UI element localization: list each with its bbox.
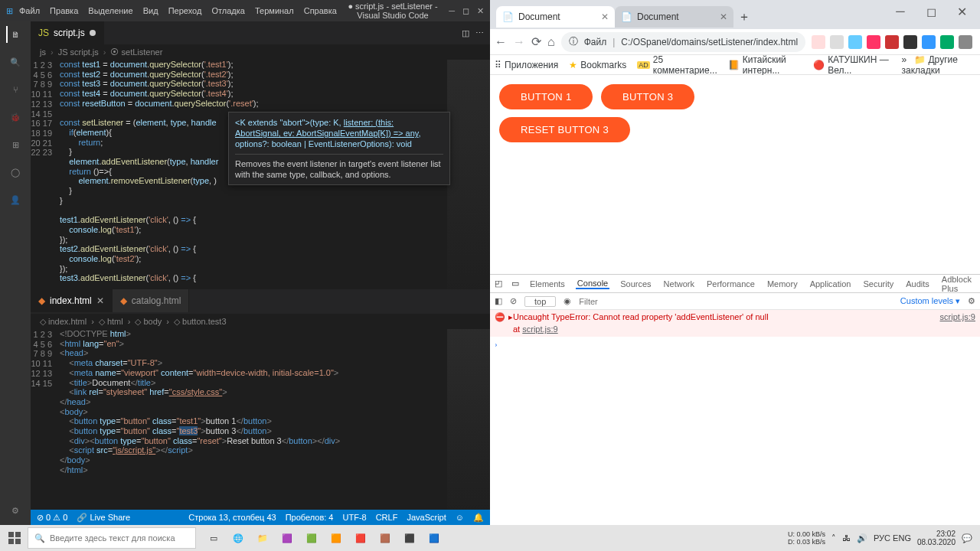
explorer-icon[interactable]: 🗎 — [6, 26, 23, 43]
error-source-link[interactable]: script.js:9 — [940, 312, 975, 321]
bookmarks-overflow[interactable]: » 📁 Другие закладки — [901, 54, 975, 76]
liveshare-icon[interactable]: ◯ — [7, 164, 24, 181]
eye-icon[interactable]: ◉ — [564, 296, 571, 306]
dt-tab-network[interactable]: Network — [662, 279, 696, 289]
dt-tab-adblock[interactable]: Adblock Plus — [940, 275, 973, 293]
ext-icon[interactable] — [940, 35, 954, 49]
scm-icon[interactable]: ⑂ — [7, 81, 24, 98]
minimize-icon[interactable]: ─ — [887, 5, 914, 18]
test1-button[interactable]: BUTTON 1 — [499, 84, 593, 109]
vscode-task-icon[interactable]: 🟦 — [423, 527, 446, 549]
bookmark-item[interactable]: 📙Китайский интерн... — [728, 54, 802, 76]
extensions-icon[interactable]: ⊞ — [7, 136, 24, 153]
taskbar-search[interactable]: 🔍Введите здесь текст для поиска — [28, 527, 196, 549]
tab-close-icon[interactable]: ✕ — [720, 11, 727, 22]
minimap[interactable] — [447, 60, 490, 289]
app-icon[interactable]: 🟧 — [325, 527, 348, 549]
console-filter-input[interactable] — [579, 297, 893, 306]
code-area-bottom[interactable]: <!DOCTYPE html> <html lang="en"> <head> … — [60, 329, 490, 510]
menu-go[interactable]: Переход — [168, 6, 202, 15]
language-indicator[interactable]: РУС ENG — [874, 533, 911, 543]
inspect-icon[interactable]: ◰ — [495, 279, 502, 289]
status-issues[interactable]: ⊘ 0 ⚠ 0 — [37, 513, 67, 523]
minimap[interactable] — [447, 329, 490, 510]
explorer-icon[interactable]: 📁 — [251, 527, 274, 549]
tab-script-js[interactable]: JSscript.js — [31, 21, 104, 44]
network-icon[interactable]: 🖧 — [842, 533, 851, 543]
sidebar-toggle-icon[interactable]: ◧ — [495, 296, 502, 306]
dt-tab-security[interactable]: Security — [861, 279, 895, 289]
console-error-row[interactable]: ⛔ ▸Uncaught TypeError: Cannot read prope… — [490, 310, 980, 324]
status-language[interactable]: JavaScript — [407, 513, 446, 522]
task-view-icon[interactable]: ▭ — [202, 527, 225, 549]
ext-icon[interactable] — [830, 35, 844, 49]
ext-icon[interactable] — [812, 35, 825, 49]
tab-close-icon[interactable]: ✕ — [601, 11, 609, 22]
breadcrumb-bottom[interactable]: ◇ index.html›◇ html›◇ body›◇ button.test… — [31, 314, 490, 329]
home-icon[interactable]: ⌂ — [547, 35, 555, 49]
dt-tab-console[interactable]: Console — [576, 279, 609, 289]
status-bell-icon[interactable]: 🔔 — [473, 513, 484, 523]
close-icon[interactable]: ✕ — [948, 5, 975, 19]
menu-selection[interactable]: Выделение — [88, 6, 132, 15]
ext-icon[interactable] — [867, 35, 880, 49]
clear-console-icon[interactable]: ⊘ — [510, 296, 517, 306]
start-button[interactable] — [3, 527, 26, 549]
ext-icon[interactable] — [848, 35, 862, 49]
reload-icon[interactable]: ⟳ — [531, 35, 541, 49]
maximize-icon[interactable]: ◻ — [917, 5, 945, 19]
dt-tab-elements[interactable]: Elements — [528, 279, 567, 289]
debug-icon[interactable]: 🐞 — [7, 109, 24, 126]
dt-tab-application[interactable]: Application — [808, 279, 853, 289]
browser-tab[interactable]: 📄Document✕ — [496, 6, 615, 28]
tray-chevron-icon[interactable]: ˄ — [831, 533, 836, 543]
new-tab-button[interactable]: ＋ — [733, 6, 755, 28]
dt-tab-performance[interactable]: Performance — [705, 279, 756, 289]
omnibox[interactable]: ⓘФайл|C:/OSpanel/domains/setListener/ind… — [561, 32, 805, 52]
minimize-icon[interactable]: ─ — [449, 6, 455, 15]
tab-catalog-html[interactable]: ◆catalog.html — [113, 289, 190, 312]
ext-icon[interactable] — [885, 35, 899, 49]
breadcrumb-top[interactable]: js›JS script.js›⦿ setListener — [31, 44, 490, 60]
app-icon[interactable]: 🟥 — [349, 527, 372, 549]
reset-button[interactable]: RESET BUTTON 3 — [499, 117, 630, 142]
vscode-menu[interactable]: Файл Правка Выделение Вид Переход Отладк… — [19, 6, 345, 15]
clock[interactable]: 23:0208.03.2020 — [917, 530, 956, 546]
app-icon[interactable]: 🟫 — [374, 527, 397, 549]
app-icon[interactable]: 🟪 — [276, 527, 299, 549]
app-icon[interactable]: ⬛ — [398, 527, 421, 549]
notifications-icon[interactable]: 💬 — [962, 533, 972, 543]
split-editor-icon[interactable]: ◫ — [462, 28, 469, 38]
nav-back-icon[interactable]: ← — [495, 35, 507, 49]
status-feedback-icon[interactable]: ☺ — [456, 513, 464, 522]
app-icon[interactable]: 🟩 — [300, 527, 323, 549]
tab-index-html[interactable]: ◆index.html✕ — [31, 289, 113, 312]
status-spaces[interactable]: Пробелов: 4 — [286, 513, 334, 522]
dt-tab-memory[interactable]: Memory — [766, 279, 799, 289]
nav-forward-icon[interactable]: → — [513, 35, 525, 49]
ext-icon[interactable] — [903, 35, 917, 49]
console-prompt[interactable]: › — [490, 337, 980, 350]
status-encoding[interactable]: UTF-8 — [343, 513, 367, 522]
status-liveshare[interactable]: 🔗 Live Share — [77, 513, 130, 523]
menu-help[interactable]: Справка — [304, 6, 337, 15]
stack-link[interactable]: script.js:9 — [522, 324, 557, 334]
site-info-icon[interactable]: ⓘ — [569, 35, 578, 48]
menu-terminal[interactable]: Терминал — [255, 6, 294, 15]
ext-icon[interactable] — [959, 35, 972, 49]
menu-view[interactable]: Вид — [143, 6, 158, 15]
bookmark-item[interactable]: ★Bookmarks — [569, 60, 626, 70]
test3-button[interactable]: BUTTON 3 — [601, 84, 694, 109]
volume-icon[interactable]: 🔊 — [857, 533, 867, 543]
dt-tab-audits[interactable]: Audits — [904, 279, 931, 289]
gear-icon[interactable]: ⚙ — [7, 502, 24, 519]
context-selector[interactable]: top — [524, 296, 556, 307]
maximize-icon[interactable]: ◻ — [462, 6, 469, 15]
menu-file[interactable]: Файл — [19, 6, 40, 15]
browser-tab[interactable]: 📄Document✕ — [615, 6, 733, 28]
bookmark-item[interactable]: 🔴КАТУШКИН — Вел... — [813, 54, 890, 76]
menu-edit[interactable]: Правка — [50, 6, 78, 15]
apps-button[interactable]: ⠿Приложения — [495, 60, 558, 70]
chrome-icon[interactable]: 🌐 — [227, 527, 250, 549]
status-cursor[interactable]: Строка 13, столбец 43 — [188, 513, 276, 522]
